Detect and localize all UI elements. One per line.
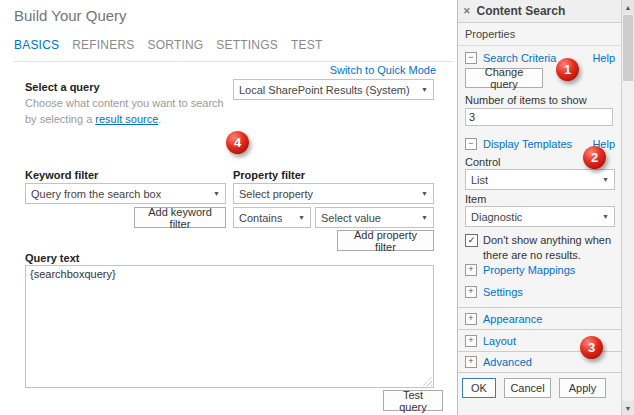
tab-basics[interactable]: BASICS	[14, 38, 59, 52]
property-filter-dropdown[interactable]: Select property ▼	[233, 183, 434, 204]
expand-icon[interactable]: +	[465, 335, 477, 347]
tool-pane-buttons: OK Cancel Apply	[458, 374, 621, 402]
search-criteria-help-link[interactable]: Help	[592, 52, 615, 64]
keyword-filter-value: Query from the search box	[31, 188, 161, 200]
tool-pane-title: Content Search	[477, 4, 566, 18]
chevron-down-icon: ▼	[419, 86, 430, 93]
tab-sorting[interactable]: SORTING	[148, 38, 204, 52]
annotation-step-2: 2	[583, 146, 606, 169]
dont-show-label: Don't show anything when there are no re…	[483, 233, 617, 263]
select-value-value: Select value	[321, 212, 381, 224]
query-source-dropdown[interactable]: Local SharePoint Results (System) ▼	[233, 79, 434, 100]
control-template-dropdown[interactable]: List ▼	[465, 169, 615, 190]
result-source-link[interactable]: result source	[95, 113, 158, 125]
tool-pane-header: ✕ Content Search	[458, 0, 621, 23]
expand-icon[interactable]: +	[465, 356, 477, 368]
appearance-title[interactable]: Appearance	[483, 313, 614, 325]
collapse-icon[interactable]: −	[465, 52, 477, 64]
close-icon[interactable]: ✕	[463, 6, 471, 16]
display-templates-title[interactable]: Display Templates	[483, 138, 586, 150]
number-of-items-input[interactable]	[465, 108, 613, 126]
tab-test[interactable]: TEST	[291, 38, 322, 52]
dont-show-row: ✓ Don't show anything when there are no …	[465, 233, 617, 263]
annotation-step-1: 1	[556, 58, 579, 81]
switch-to-quick-mode-link[interactable]: Switch to Quick Mode	[330, 64, 436, 76]
operator-value: Contains	[239, 212, 282, 224]
item-template-value: Diagnostic	[471, 211, 522, 223]
dont-show-checkbox[interactable]: ✓	[465, 234, 478, 247]
query-text-label: Query text	[25, 252, 79, 264]
annotation-step-4: 4	[226, 131, 249, 154]
add-keyword-filter-button[interactable]: Add keyword filter	[134, 207, 226, 228]
scroll-down-icon[interactable]: ▼	[622, 401, 634, 415]
chevron-down-icon: ▼	[296, 214, 307, 221]
expand-icon[interactable]: +	[465, 286, 477, 298]
search-criteria-section[interactable]: − Search Criteria Help	[465, 52, 615, 64]
keyword-filter-dropdown[interactable]: Query from the search box ▼	[25, 183, 226, 204]
number-of-items-label: Number of items to show	[465, 94, 587, 106]
chevron-down-icon: ▼	[211, 190, 222, 197]
property-filter-label: Property filter	[233, 169, 305, 181]
cancel-button[interactable]: Cancel	[504, 378, 551, 398]
tab-refiners[interactable]: REFINERS	[72, 38, 134, 52]
vertical-scrollbar[interactable]: ▲ ▼	[621, 0, 634, 415]
expand-icon[interactable]: +	[465, 313, 477, 325]
divider	[458, 45, 621, 46]
operator-dropdown[interactable]: Contains ▼	[233, 207, 311, 228]
select-query-description: Choose what content you want to search b…	[25, 96, 237, 128]
item-label: Item	[465, 193, 486, 205]
tab-settings[interactable]: SETTINGS	[216, 38, 278, 52]
change-query-button[interactable]: Change query	[465, 68, 543, 88]
scroll-up-icon[interactable]: ▲	[622, 0, 634, 14]
chevron-down-icon: ▼	[600, 176, 611, 183]
chevron-down-icon: ▼	[419, 214, 430, 221]
select-query-label: Select a query	[25, 81, 100, 93]
dialog-title: Build Your Query	[14, 7, 127, 24]
control-template-value: List	[471, 174, 488, 186]
scrollbar-thumb[interactable]	[623, 15, 633, 81]
select-value-dropdown[interactable]: Select value ▼	[315, 207, 434, 228]
settings-section[interactable]: + Settings	[465, 286, 615, 298]
property-mappings-section[interactable]: + Property Mappings	[465, 264, 615, 276]
settings-title[interactable]: Settings	[483, 286, 615, 298]
expand-icon[interactable]: +	[465, 264, 477, 276]
appearance-category[interactable]: + Appearance	[458, 307, 621, 329]
chevron-down-icon: ▼	[600, 213, 611, 220]
collapse-icon[interactable]: −	[465, 138, 477, 150]
query-text-area[interactable]: {searchboxquery}	[25, 265, 434, 388]
property-filter-value: Select property	[239, 188, 313, 200]
query-builder-tabs: BASICS REFINERS SORTING SETTINGS TEST	[14, 38, 454, 62]
properties-label: Properties	[465, 28, 515, 40]
add-property-filter-button[interactable]: Add property filter	[337, 230, 434, 251]
property-mappings-title[interactable]: Property Mappings	[483, 264, 615, 276]
query-source-value: Local SharePoint Results (System)	[239, 84, 410, 96]
apply-button[interactable]: Apply	[559, 378, 606, 398]
chevron-down-icon: ▼	[419, 190, 430, 197]
control-label: Control	[465, 156, 500, 168]
item-template-dropdown[interactable]: Diagnostic ▼	[465, 206, 615, 227]
ok-button[interactable]: OK	[462, 378, 496, 398]
content-search-webpart-editor: Build Your Query BASICS REFINERS SORTING…	[0, 0, 634, 415]
description-period: .	[158, 113, 161, 125]
test-query-button[interactable]: Test query	[383, 390, 443, 411]
annotation-step-3: 3	[580, 336, 603, 359]
keyword-filter-label: Keyword filter	[25, 169, 98, 181]
